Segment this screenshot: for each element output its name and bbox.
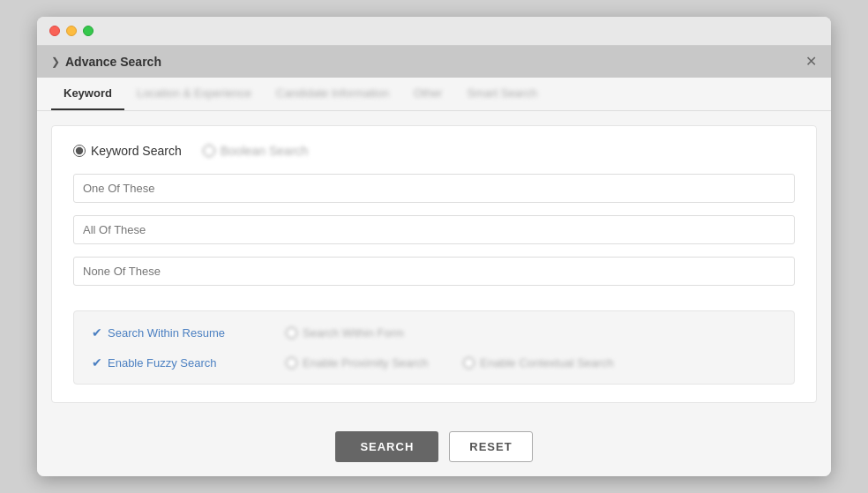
- titlebar: [37, 17, 831, 46]
- enable-proximity-search-radio[interactable]: Enable Proximity Search: [286, 356, 428, 370]
- search-type-row: Keyword Search Boolean Search: [73, 144, 795, 158]
- tab-other[interactable]: Other: [401, 78, 455, 110]
- fuzzy-search-row: ✔ Enable Fuzzy Search Enable Proximity S…: [92, 355, 776, 370]
- search-button[interactable]: SEARCH: [335, 431, 438, 462]
- checkmark-icon-2: ✔: [92, 355, 102, 370]
- checkmark-icon: ✔: [92, 325, 102, 340]
- chevron-right-icon: ❯: [51, 56, 60, 68]
- tab-location-experience[interactable]: Location & Experience: [124, 78, 264, 110]
- dialog-close-button[interactable]: ✕: [805, 55, 817, 69]
- keyword-search-radio[interactable]: Keyword Search: [73, 144, 182, 158]
- footer: SEARCH RESET: [37, 417, 831, 476]
- dialog-header: ❯ Advance Search ✕: [37, 46, 831, 78]
- dialog-body: Keyword Search Boolean Search ✔ Search W…: [37, 111, 831, 417]
- tab-bar: Keyword Location & Experience Candidate …: [37, 78, 831, 111]
- minimize-traffic-light[interactable]: [66, 26, 77, 36]
- tab-keyword[interactable]: Keyword: [51, 78, 124, 110]
- content-box: Keyword Search Boolean Search ✔ Search W…: [51, 125, 817, 403]
- boolean-search-radio[interactable]: Boolean Search: [203, 144, 309, 158]
- none-of-these-input[interactable]: [73, 257, 795, 286]
- enable-fuzzy-search-checkbox[interactable]: ✔ Enable Fuzzy Search: [92, 355, 251, 370]
- maximize-traffic-light[interactable]: [83, 26, 94, 36]
- all-of-these-input[interactable]: [73, 215, 795, 244]
- reset-button[interactable]: RESET: [449, 431, 532, 462]
- options-box: ✔ Search Within Resume Search Within For…: [73, 310, 795, 385]
- dialog-title: Advance Search: [65, 55, 161, 69]
- search-within-resume-checkbox[interactable]: ✔ Search Within Resume: [92, 325, 251, 340]
- one-of-these-input[interactable]: [73, 174, 795, 203]
- enable-contextual-search-radio[interactable]: Enable Contextual Search: [463, 356, 613, 370]
- dialog-title-row: ❯ Advance Search: [51, 55, 161, 69]
- tab-smart-search[interactable]: Smart Search: [454, 78, 549, 110]
- search-within-form-radio[interactable]: Search Within Form: [286, 326, 404, 340]
- tab-candidate-information[interactable]: Candidate Information: [264, 78, 401, 110]
- dialog-window: ❯ Advance Search ✕ Keyword Location & Ex…: [37, 17, 831, 476]
- search-within-row: ✔ Search Within Resume Search Within For…: [92, 325, 776, 340]
- close-traffic-light[interactable]: [49, 26, 60, 36]
